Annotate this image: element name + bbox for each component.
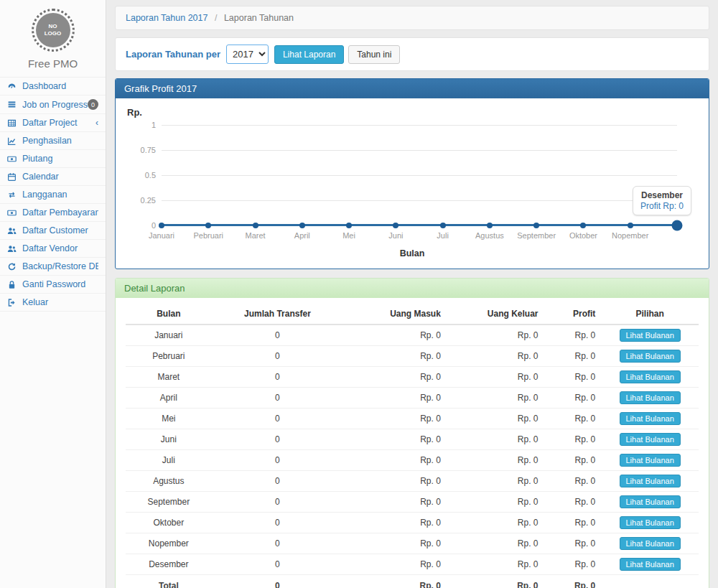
table-row-agustus: Agustus0Rp. 0Rp. 0Rp. 0Lihat Bulanan bbox=[126, 471, 699, 492]
lihat-bulanan-button-januari[interactable]: Lihat Bulanan bbox=[620, 329, 681, 342]
cell-profit: Rp. 0 bbox=[544, 346, 602, 367]
tasks-icon bbox=[7, 100, 19, 109]
lihat-bulanan-button-maret[interactable]: Lihat Bulanan bbox=[620, 370, 681, 383]
cell-profit: Rp. 0 bbox=[544, 492, 602, 513]
calendar-icon bbox=[7, 172, 19, 182]
cell-uang_masuk: Rp. 0 bbox=[343, 346, 447, 367]
column-header-uang-keluar: Uang Keluar bbox=[447, 304, 544, 325]
lihat-bulanan-button-agustus[interactable]: Lihat Bulanan bbox=[620, 475, 681, 487]
lihat-bulanan-button-nopember[interactable]: Lihat Bulanan bbox=[620, 537, 681, 550]
cell-bulan: Juli bbox=[126, 450, 212, 471]
lihat-bulanan-button-pebruari[interactable]: Lihat Bulanan bbox=[620, 350, 681, 363]
sidebar-item-piutang[interactable]: Piutang bbox=[0, 150, 106, 168]
column-header-profit: Profit bbox=[544, 304, 602, 325]
sidebar-item-keluar[interactable]: Keluar bbox=[0, 294, 106, 312]
profit-chart-panel: Grafik Profit 2017 Rp. Desember Profit R… bbox=[115, 78, 709, 269]
cell-uang_masuk: Rp. 0 bbox=[343, 471, 447, 492]
chart-point-nopember[interactable] bbox=[628, 223, 633, 228]
cell-uang_masuk: Rp. 0 bbox=[343, 409, 447, 429]
profit-chart: Rp. Desember Profit Rp: 0 10.750.50.250 … bbox=[116, 98, 709, 269]
lihat-bulanan-button-september[interactable]: Lihat Bulanan bbox=[620, 495, 681, 508]
cell-uang_keluar: Rp. 0 bbox=[447, 450, 544, 471]
chart-point-januari[interactable] bbox=[159, 223, 164, 228]
chart-point-oktober[interactable] bbox=[580, 223, 586, 228]
sidebar-item-calendar[interactable]: Calendar bbox=[0, 168, 106, 186]
table-row-juni: Juni0Rp. 0Rp. 0Rp. 0Lihat Bulanan bbox=[126, 429, 699, 450]
detail-report-panel: Detail Laporan BulanJumlah TransferUang … bbox=[115, 278, 709, 588]
x-tick-label: Juli bbox=[437, 231, 449, 240]
cell-jumlah_transfer: 0 bbox=[212, 325, 344, 346]
sidebar-item-dashboard[interactable]: Dashboard bbox=[0, 78, 106, 95]
cell-uang_masuk: Rp. 0 bbox=[343, 388, 447, 409]
sidebar-item-daftar-vendor[interactable]: Daftar Vendor bbox=[0, 240, 106, 258]
chart-point-mei[interactable] bbox=[346, 223, 352, 228]
money-icon bbox=[7, 154, 19, 164]
table-row-pebruari: Pebruari0Rp. 0Rp. 0Rp. 0Lihat Bulanan bbox=[126, 346, 699, 367]
table-row-maret: Maret0Rp. 0Rp. 0Rp. 0Lihat Bulanan bbox=[126, 367, 699, 388]
cell-pilihan: Lihat Bulanan bbox=[601, 554, 699, 575]
tahun-ini-button[interactable]: Tahun ini bbox=[348, 45, 400, 64]
sidebar-item-ganti-password[interactable]: Ganti Password bbox=[0, 276, 106, 294]
lihat-bulanan-button-juni[interactable]: Lihat Bulanan bbox=[620, 433, 681, 446]
logo-text: NOLOGO bbox=[36, 13, 70, 47]
chart-y-axis-label: Rp. bbox=[127, 107, 697, 118]
cell-jumlah_transfer: 0 bbox=[212, 429, 344, 450]
sidebar-item-daftar-project[interactable]: Daftar Project‹ bbox=[0, 114, 106, 132]
cell-uang_keluar: Rp. 0 bbox=[447, 492, 544, 513]
sign-out-icon bbox=[7, 298, 19, 307]
chart-point-pebruari[interactable] bbox=[205, 223, 211, 228]
sidebar-item-label: Job on Progress bbox=[22, 100, 88, 110]
chart-point-juli[interactable] bbox=[440, 223, 446, 228]
cell-jumlah_transfer: 0 bbox=[212, 554, 344, 575]
lihat-bulanan-button-desember[interactable]: Lihat Bulanan bbox=[620, 558, 681, 571]
table-row-juli: Juli0Rp. 0Rp. 0Rp. 0Lihat Bulanan bbox=[126, 450, 699, 471]
progress-count-badge: 0 bbox=[88, 99, 98, 110]
sidebar-item-penghasilan[interactable]: Penghasilan bbox=[0, 132, 106, 150]
users-icon bbox=[7, 226, 19, 235]
sidebar-item-daftar-pembayaran[interactable]: Daftar Pembayaran bbox=[0, 204, 106, 222]
y-tick-label: 0.75 bbox=[131, 146, 156, 154]
cell-profit: Rp. 0 bbox=[544, 429, 602, 450]
cell-pilihan: Lihat Bulanan bbox=[601, 533, 699, 554]
lihat-bulanan-button-mei[interactable]: Lihat Bulanan bbox=[620, 412, 681, 425]
lihat-bulanan-button-april[interactable]: Lihat Bulanan bbox=[620, 391, 681, 404]
sidebar-item-backup-restore-db[interactable]: Backup/Restore DB bbox=[0, 258, 106, 276]
sidebar-item-label: Backup/Restore DB bbox=[22, 261, 98, 271]
chart-x-axis-title: Bulan bbox=[127, 248, 697, 258]
cell-uang_keluar: Rp. 0 bbox=[447, 513, 544, 533]
chart-point-desember[interactable] bbox=[672, 220, 683, 231]
chart-point-agustus[interactable] bbox=[487, 223, 493, 228]
cell-jumlah_transfer: 0 bbox=[212, 388, 344, 409]
cell-profit: Rp. 0 bbox=[544, 409, 602, 429]
cell-pilihan: Lihat Bulanan bbox=[601, 409, 699, 429]
cell-pilihan: Lihat Bulanan bbox=[601, 388, 699, 409]
cell-profit: Rp. 0 bbox=[544, 533, 602, 554]
x-tick-label: April bbox=[294, 231, 310, 240]
chart-point-maret[interactable] bbox=[253, 223, 258, 228]
cell-bulan: Pebruari bbox=[126, 346, 212, 367]
x-tick-label: Agustus bbox=[475, 231, 504, 240]
detail-panel-title: Detail Laporan bbox=[116, 279, 709, 298]
lihat-bulanan-button-juli[interactable]: Lihat Bulanan bbox=[620, 454, 681, 467]
sidebar-item-job-on-progress[interactable]: Job on Progress0 bbox=[0, 95, 106, 114]
breadcrumb-link-laporan-tahun[interactable]: Laporan Tahun 2017 bbox=[126, 13, 208, 23]
x-tick-label: Pebruari bbox=[193, 231, 223, 240]
sidebar-item-daftar-customer[interactable]: Daftar Customer bbox=[0, 222, 106, 240]
chart-point-juni[interactable] bbox=[393, 223, 398, 228]
brand-name: Free PMO bbox=[0, 57, 106, 70]
lihat-bulanan-button-oktober[interactable]: Lihat Bulanan bbox=[620, 516, 681, 529]
lihat-laporan-button[interactable]: Lihat Laporan bbox=[274, 45, 344, 64]
cell-bulan: Desember bbox=[126, 554, 212, 575]
sidebar-item-langganan[interactable]: Langganan bbox=[0, 186, 106, 204]
cell-uang_keluar: Rp. 0 bbox=[447, 346, 544, 367]
year-select[interactable]: 2017 bbox=[226, 45, 269, 64]
sidebar-item-label: Keluar bbox=[22, 297, 98, 307]
cell-bulan: Juni bbox=[126, 429, 212, 450]
sidebar-item-label: Dashboard bbox=[22, 81, 98, 91]
chart-point-april[interactable] bbox=[299, 223, 305, 228]
cell-uang_masuk: Rp. 0 bbox=[343, 450, 447, 471]
cell-jumlah_transfer: 0 bbox=[212, 471, 344, 492]
chart-point-september[interactable] bbox=[533, 223, 539, 228]
cell-bulan: April bbox=[126, 388, 212, 409]
cell-bulan: Mei bbox=[126, 409, 212, 429]
